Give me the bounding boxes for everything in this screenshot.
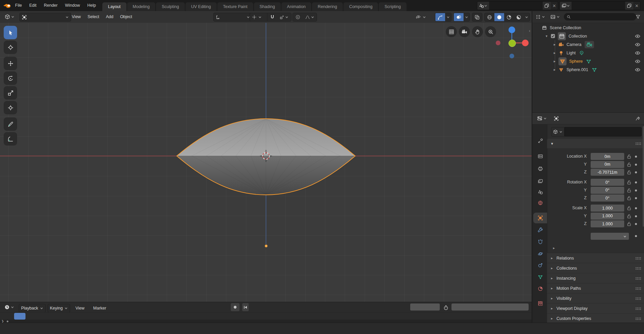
transform-value-field[interactable]: 0°: [591, 179, 624, 186]
camera-data-icon[interactable]: [585, 41, 594, 48]
workspace-tab-texture-paint[interactable]: Texture Paint: [217, 2, 253, 11]
properties-tab-output[interactable]: [533, 163, 547, 174]
expander-right-icon[interactable]: ►: [552, 51, 557, 55]
timeline-menu-playback[interactable]: Playback: [19, 304, 46, 313]
panel-drag-dots[interactable]: [635, 277, 641, 280]
view-layer-browse-button[interactable]: [560, 2, 572, 10]
outliner-search-input[interactable]: [564, 13, 636, 20]
topbar-menu-render[interactable]: Render: [40, 0, 61, 11]
transform-orientation-dropdown[interactable]: [213, 13, 252, 21]
new-view-layer-button[interactable]: [625, 2, 633, 10]
viewport-menu-select[interactable]: Select: [84, 11, 103, 23]
transform-value-field[interactable]: 0°: [591, 194, 624, 202]
mesh-data-icon[interactable]: [586, 59, 591, 64]
axis-x-neg-ball[interactable]: [496, 41, 500, 45]
axis-z-neg-ball[interactable]: [509, 54, 514, 58]
viewport-3d[interactable]: ‹: [0, 23, 532, 302]
panel-drag-dots[interactable]: [635, 287, 641, 290]
transform-value-field[interactable]: 1.000: [591, 213, 624, 220]
tool-measure[interactable]: [4, 132, 17, 146]
pin-icon[interactable]: [635, 116, 640, 121]
outliner-row-collection[interactable]: ▼Collection: [532, 32, 644, 40]
timeline-editor-type-button[interactable]: [2, 303, 16, 311]
outliner-display-mode-button[interactable]: [548, 13, 562, 21]
viewport-menu-object[interactable]: Object: [117, 11, 136, 23]
show-overlays-toggle[interactable]: [454, 13, 464, 21]
properties-tab-object[interactable]: [533, 213, 547, 223]
timeline-menu-marker[interactable]: Marker: [90, 303, 110, 313]
transform-value-field[interactable]: 0°: [591, 187, 624, 194]
lock-open-icon[interactable]: [627, 154, 632, 159]
delta-transform-subpanel[interactable]: ►: [552, 244, 558, 252]
workspace-tab-rendering[interactable]: Rendering: [312, 2, 343, 11]
panel-relations[interactable]: ►Relations: [547, 253, 644, 263]
panel-motion-paths[interactable]: ►Motion Paths: [547, 283, 644, 293]
proportional-edit-toggle[interactable]: [293, 13, 303, 21]
workspace-tab-sculpting[interactable]: Sculpting: [156, 2, 184, 11]
eye-icon[interactable]: [635, 42, 640, 47]
properties-tab-render[interactable]: [533, 151, 547, 162]
light-data-icon[interactable]: [579, 50, 584, 56]
lock-open-icon[interactable]: [627, 196, 632, 201]
animate-dot[interactable]: [635, 171, 637, 173]
scene-browse-button[interactable]: [477, 2, 489, 10]
panel-drag-dots[interactable]: [635, 307, 641, 310]
shading-wireframe-button[interactable]: [485, 13, 494, 21]
expander-right-icon[interactable]: ►: [552, 43, 557, 46]
timeline-menu-view[interactable]: View: [72, 303, 88, 313]
animate-dot[interactable]: [635, 181, 637, 183]
properties-tab-world[interactable]: [533, 198, 547, 208]
outliner-row-scene collection[interactable]: Scene Collection: [532, 23, 644, 32]
show-gizmos-toggle[interactable]: [435, 13, 445, 21]
eye-icon[interactable]: [635, 67, 640, 72]
properties-tab-physics[interactable]: [533, 248, 547, 259]
workspace-tab-animation[interactable]: Animation: [281, 2, 312, 11]
axis-x-ball[interactable]: [522, 40, 529, 46]
panel-viewport-display[interactable]: ►Viewport Display: [547, 303, 644, 314]
topbar-menu-file[interactable]: File: [11, 0, 25, 11]
properties-tab-view-layer[interactable]: [533, 176, 547, 187]
properties-tab-material[interactable]: [533, 283, 547, 294]
panel-drag-dots[interactable]: [635, 142, 641, 145]
lock-open-icon[interactable]: [627, 188, 632, 193]
lock-open-icon[interactable]: [627, 221, 632, 226]
tool-annotate[interactable]: [4, 117, 17, 131]
transform-value-field[interactable]: -0.70711m: [591, 169, 624, 176]
grid-ortho-button[interactable]: [446, 26, 457, 37]
topbar-menu-help[interactable]: Help: [84, 0, 100, 11]
current-frame-field[interactable]: [410, 303, 440, 311]
axis-z-ball[interactable]: [508, 26, 515, 33]
lock-open-icon[interactable]: [627, 170, 632, 175]
snap-settings-dropdown[interactable]: [277, 13, 291, 21]
workspace-tab-scripting[interactable]: Scripting: [379, 2, 407, 11]
viewport-menu-add[interactable]: Add: [103, 11, 117, 23]
panel-drag-dots[interactable]: [635, 317, 641, 320]
playback-jump-start-button[interactable]: [242, 303, 249, 311]
editor-type-button[interactable]: [2, 13, 17, 21]
timeline-ruler[interactable]: [0, 312, 532, 320]
use-preview-range-toggle[interactable]: [441, 303, 450, 312]
eye-icon[interactable]: [635, 50, 640, 56]
panel-instancing[interactable]: ►Instancing: [547, 273, 644, 283]
outliner-row-sphere[interactable]: ►Sphere: [532, 57, 644, 65]
viewport-menu-view[interactable]: View: [68, 11, 84, 23]
expander-right-icon[interactable]: ►: [552, 60, 557, 63]
gizmos-dropdown[interactable]: [445, 13, 451, 21]
lock-open-icon[interactable]: [627, 206, 632, 211]
shading-solid-button[interactable]: [494, 13, 504, 21]
mode-dropdown[interactable]: [19, 13, 71, 21]
mesh-data-icon[interactable]: [592, 67, 597, 72]
workspace-tab-shading[interactable]: Shading: [254, 2, 281, 11]
topbar-menu-edit[interactable]: Edit: [25, 0, 40, 11]
new-scene-button[interactable]: [543, 2, 551, 10]
object-origin-dot[interactable]: [265, 244, 268, 247]
timeline-menu-keying[interactable]: Keying: [48, 304, 70, 313]
remove-view-layer-button[interactable]: ✕: [633, 2, 640, 10]
tool-transform[interactable]: [4, 101, 17, 114]
object-visibility-dropdown[interactable]: [414, 13, 433, 21]
falloff-dropdown[interactable]: [303, 13, 317, 21]
lock-open-icon[interactable]: [627, 180, 632, 185]
panel-drag-dots[interactable]: [635, 257, 641, 260]
expander-right-icon[interactable]: ►: [552, 68, 557, 71]
camera-view-button[interactable]: [459, 26, 470, 37]
